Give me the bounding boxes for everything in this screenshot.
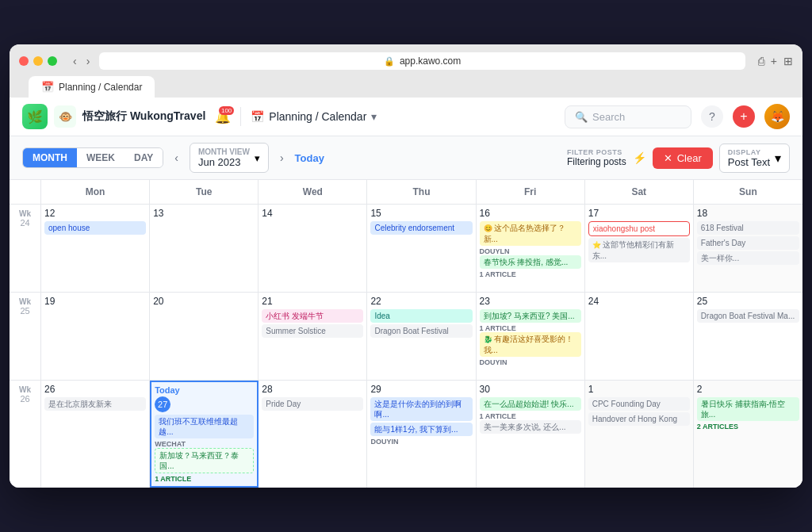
search-bar[interactable]: 🔍 Search	[565, 105, 691, 128]
new-tab-button[interactable]: +	[771, 55, 777, 67]
prev-month-button[interactable]: ‹	[170, 148, 183, 167]
wk-24-num: 24	[20, 218, 29, 228]
avatar[interactable]: 🦊	[764, 104, 790, 129]
event-day17-2[interactable]: ⭐这部节他精彩们有新东...	[588, 238, 690, 262]
share-button[interactable]: ⎙	[758, 55, 764, 67]
event-pride-day[interactable]: Pride Day	[262, 397, 363, 411]
traffic-lights	[19, 56, 57, 66]
filter-posts-value: Filtering posts	[567, 156, 626, 167]
browser-window: ‹ › 🔒 app.kawo.com ⎙ + ⊞ 📅 Planning / Ca…	[10, 44, 802, 488]
day-number-22: 22	[370, 296, 472, 307]
month-selector[interactable]: MONTH VIEW Jun 2023 ▾	[190, 143, 269, 173]
day-17[interactable]: 17 xiaohongshu post ⭐这部节他精彩们有新东...	[585, 205, 694, 292]
close-button[interactable]	[19, 56, 29, 66]
event-handover-hk[interactable]: Handover of Hong Kong	[588, 412, 690, 426]
day-2-july[interactable]: 2 暑日快乐 捕获指南-悟空旅... 2 ARTICLES	[694, 381, 802, 488]
add-button[interactable]: +	[733, 105, 755, 128]
brand-logo-emoji: 🌿	[27, 109, 43, 124]
today-label: Today	[155, 385, 254, 395]
add-icon: +	[740, 109, 747, 124]
event-day30-2[interactable]: 美一美来多次说, 还么...	[480, 420, 581, 434]
event-xiaohongshu-dragon[interactable]: 小红书 发端牛节	[262, 309, 363, 323]
day-18[interactable]: 18 618 Festival Father's Day 美一样你...	[694, 205, 802, 292]
today-button[interactable]: Today	[295, 152, 324, 164]
day-number-24: 24	[588, 296, 690, 307]
saturday-header: Sat	[585, 180, 694, 204]
event-xiaohongshu-post[interactable]: xiaohongshu post	[588, 221, 690, 236]
event-dragon-boat-ma[interactable]: Dragon Boat Festival Ma...	[697, 309, 799, 323]
help-button[interactable]: ?	[701, 105, 723, 128]
event-day16-2[interactable]: 春节快乐 捧投指, 感觉...	[480, 255, 581, 269]
event-day27-1[interactable]: 我们班不互联维维最超越...	[155, 415, 254, 438]
day-21[interactable]: 21 小红书 发端牛节 Summer Solstice	[259, 293, 367, 380]
wechat-badge: WECHAT	[155, 440, 254, 448]
extensions-button[interactable]: ⊞	[783, 55, 793, 67]
week-view-tab[interactable]: WEEK	[77, 148, 124, 167]
day-number-13: 13	[153, 208, 255, 219]
day-number-15: 15	[370, 208, 472, 219]
back-button[interactable]: ‹	[70, 53, 80, 69]
maximize-button[interactable]	[48, 56, 57, 66]
event-open-house[interactable]: open house	[44, 221, 146, 235]
clear-button[interactable]: ✕ Clear	[653, 147, 713, 169]
day-22[interactable]: 22 Idea Dragon Boat Festival	[367, 293, 476, 380]
nav-label: Planning / Calendar	[269, 110, 366, 123]
day-30[interactable]: 30 在一么品超始始进! 快乐... 1 ARTICLE 美一美来多次说, 还么…	[477, 381, 585, 488]
day-24[interactable]: 24	[585, 293, 694, 380]
filter-icon-button[interactable]: ⚡	[633, 151, 646, 164]
event-dragon-boat-festival[interactable]: Dragon Boat Festival	[370, 324, 472, 338]
day-19[interactable]: 19	[41, 293, 150, 380]
event-day29-2[interactable]: 能与1样1分, 我下算到...	[370, 423, 472, 436]
forward-button[interactable]: ›	[83, 53, 94, 69]
wk-26-num: 26	[20, 394, 29, 404]
day-number-12: 12	[44, 208, 146, 219]
chevron-down-icon: ▾	[371, 110, 377, 123]
day-13[interactable]: 13	[150, 205, 259, 292]
event-cpc-founding[interactable]: CPC Founding Day	[588, 397, 690, 411]
help-icon: ?	[709, 110, 715, 123]
day-25[interactable]: 25 Dragon Boat Festival Ma...	[694, 293, 802, 380]
event-day29-1[interactable]: 这是是什你去的到的到啊啊...	[370, 397, 472, 421]
day-14[interactable]: 14	[259, 205, 367, 292]
event-idea[interactable]: Idea	[370, 309, 472, 323]
day-29[interactable]: 29 这是是什你去的到的到啊啊... 能与1样1分, 我下算到... DOUYI…	[367, 381, 476, 488]
event-day18-3[interactable]: 美一样你...	[697, 251, 799, 265]
event-day26-1[interactable]: 是在北京朋友新来	[44, 397, 146, 411]
day-20[interactable]: 20	[150, 293, 259, 380]
week-26-label: Wk 26	[10, 381, 41, 488]
day-26[interactable]: 26 是在北京朋友新来	[41, 381, 150, 488]
week-25-label: Wk 25	[10, 293, 41, 380]
day-view-tab[interactable]: DAY	[124, 148, 163, 167]
wk-text-26: Wk	[19, 385, 31, 394]
month-view-tab[interactable]: MONTH	[23, 148, 77, 167]
display-area[interactable]: DISPLAY Post Text ▾	[719, 144, 790, 173]
active-tab[interactable]: 📅 Planning / Calendar	[29, 76, 155, 98]
day-28[interactable]: 28 Pride Day	[259, 381, 367, 488]
event-day27-2[interactable]: 新加坡？马来西亚？泰国...	[155, 448, 254, 473]
event-day23-2[interactable]: 🐉有趣活这好喜受影的！我...	[480, 332, 581, 357]
event-fathers-day[interactable]: Father's Day	[697, 236, 799, 250]
day-1-july[interactable]: 1 CPC Founding Day Handover of Hong Kong	[585, 381, 694, 488]
day-12[interactable]: 12 open house	[41, 205, 150, 292]
url-text: app.kawo.com	[400, 55, 461, 67]
event-day30-1[interactable]: 在一么品超始始进! 快乐...	[480, 397, 581, 411]
notifications-button[interactable]: 🔔 100	[215, 109, 231, 124]
address-bar[interactable]: 🔒 app.kawo.com	[99, 52, 745, 70]
browser-nav-buttons: ‹ ›	[70, 53, 93, 69]
day-16[interactable]: 16 😊这个品名热选择了？新... DOUYLN 春节快乐 捧投指, 感觉...…	[477, 205, 585, 292]
day-15[interactable]: 15 Celebrity endorsement	[367, 205, 476, 292]
planning-calendar-nav[interactable]: 📅 Planning / Calendar ▾	[251, 110, 377, 123]
week-24-label: Wk 24	[10, 205, 41, 292]
event-day23-1[interactable]: 到加坡? 马来西亚? 美国...	[480, 309, 581, 323]
event-day2-1[interactable]: 暑日快乐 捕获指南-悟空旅...	[697, 397, 799, 421]
day-27-today[interactable]: Today 27 我们班不互联维维最超越... WECHAT 新加坡？马来西亚？…	[150, 381, 259, 488]
event-celebrity-endorsement[interactable]: Celebrity endorsement	[370, 221, 472, 235]
event-summer-solstice[interactable]: Summer Solstice	[262, 324, 363, 338]
week-26-row: Wk 26 26 是在北京朋友新来 Today 27 我们班不互联维维最超越..…	[10, 381, 802, 488]
event-day16-1[interactable]: 😊这个品名热选择了？新...	[480, 221, 581, 246]
header-divider	[240, 107, 241, 126]
minimize-button[interactable]	[33, 56, 43, 66]
event-618-festival[interactable]: 618 Festival	[697, 221, 799, 235]
next-month-button[interactable]: ›	[275, 148, 289, 167]
day-23[interactable]: 23 到加坡? 马来西亚? 美国... 1 ARTICLE 🐉有趣活这好喜受影的…	[477, 293, 585, 380]
